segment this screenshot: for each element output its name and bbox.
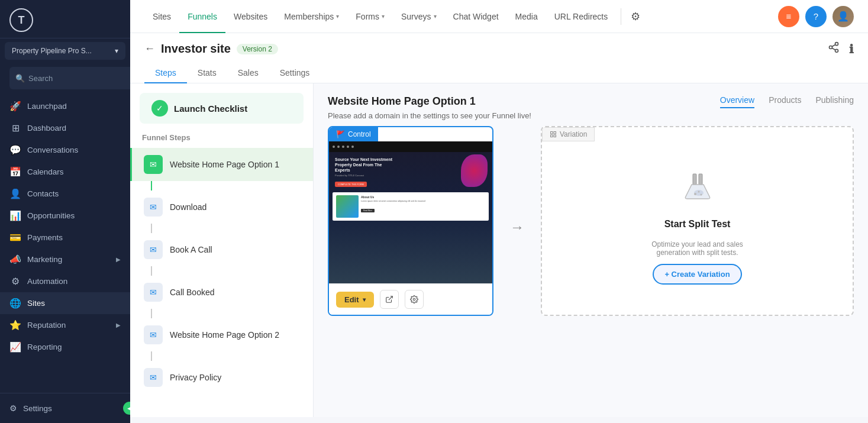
top-nav-settings-button[interactable]: ⚙ xyxy=(626,10,645,23)
view-tab-products[interactable]: Products xyxy=(769,95,801,108)
funnel-back-row: ← Investor site Version 2 ℹ xyxy=(144,41,854,56)
step-item-6[interactable]: ✉ Privacy Policy xyxy=(130,361,313,394)
preview-about: About Us Lorem ipsum dolor sit amet cons… xyxy=(333,192,489,221)
automation-icon: ⚙ xyxy=(9,276,21,287)
tab-settings[interactable]: Settings xyxy=(269,63,321,83)
step-name-1: Website Home Page Option 1 xyxy=(170,160,279,169)
view-tab-overview[interactable]: Overview xyxy=(720,95,754,108)
sidebar-item-automation[interactable]: ⚙ Automation xyxy=(0,270,130,292)
settings-icon: ⚙ xyxy=(9,403,17,413)
top-nav-websites[interactable]: Websites xyxy=(225,0,276,33)
variation-card: Variation xyxy=(541,126,854,316)
sidebar-item-calendars[interactable]: 📅 Calendars xyxy=(0,161,130,183)
step-item-3[interactable]: ✉ Book A Call xyxy=(130,233,313,266)
top-nav-url-redirects[interactable]: URL Redirects xyxy=(546,0,617,33)
step-item-2[interactable]: ✉ Download xyxy=(130,190,313,224)
svg-line-3 xyxy=(832,48,835,50)
funnel-header-actions: ℹ xyxy=(828,41,854,56)
settings-label: Settings xyxy=(23,404,52,413)
user-avatar[interactable]: 👤 xyxy=(832,6,854,27)
workspace-selector[interactable]: Property Pipeline Pro S... ▾ xyxy=(5,42,125,60)
view-tab-publishing[interactable]: Publishing xyxy=(815,95,854,108)
sidebar-item-sites[interactable]: 🌐 Sites xyxy=(0,292,130,314)
sidebar-item-reporting[interactable]: 📈 Reporting xyxy=(0,336,130,358)
sidebar-item-opportunities[interactable]: 📊 Opportunities xyxy=(0,205,130,227)
svg-point-6 xyxy=(413,298,415,301)
step-item-5[interactable]: ✉ Website Home Page Option 2 xyxy=(130,318,313,351)
left-panel: ✓ Launch Checklist Funnel Steps ✉ Websit… xyxy=(130,83,314,417)
search-row: 🔍 ctrl K + xyxy=(0,63,130,93)
launch-checklist[interactable]: ✓ Launch Checklist xyxy=(140,93,304,124)
content-area: ← Investor site Version 2 ℹ Steps Stats xyxy=(130,33,868,423)
back-button[interactable]: ← Investor site Version 2 xyxy=(144,42,278,56)
forms-nav-label: Forms xyxy=(356,12,379,21)
step-name-5: Website Home Page Option 2 xyxy=(170,330,279,340)
settings-button[interactable] xyxy=(405,290,424,309)
settings-nav-item[interactable]: ⚙ Settings xyxy=(9,398,52,418)
sidebar-item-dashboard[interactable]: ⊞ Dashboard xyxy=(0,117,130,139)
sidebar-footer: ⚙ Settings ◀ xyxy=(0,393,130,423)
top-nav-funnels[interactable]: Funnels xyxy=(179,0,225,33)
memberships-nav-label: Memberships xyxy=(284,12,334,21)
sidebar-item-contacts[interactable]: 👤 Contacts xyxy=(0,183,130,205)
conversations-icon: 💬 xyxy=(9,144,21,156)
checklist-icon: ✓ xyxy=(151,100,168,117)
launch-checklist-label: Launch Checklist xyxy=(174,104,247,114)
sidebar-item-label: Opportunities xyxy=(27,211,75,220)
svg-point-1 xyxy=(830,46,832,49)
step-item-4[interactable]: ✉ Call Booked xyxy=(130,276,313,309)
external-link-button[interactable] xyxy=(380,290,399,309)
funnel-tabs: Steps Stats Sales Settings xyxy=(144,63,854,83)
step-icon-6: ✉ xyxy=(144,368,163,387)
flag-icon: 🚩 xyxy=(336,130,345,138)
step-connector-3 xyxy=(151,266,152,276)
help-icon-button[interactable]: ? xyxy=(805,6,827,27)
top-nav-sites[interactable]: Sites xyxy=(144,0,179,33)
edit-button[interactable]: Edit ▾ xyxy=(336,292,374,308)
top-nav-media[interactable]: Media xyxy=(507,0,546,33)
tab-stats[interactable]: Stats xyxy=(187,63,227,83)
top-nav-memberships[interactable]: Memberships ▾ xyxy=(276,0,347,33)
info-button[interactable]: ℹ xyxy=(849,42,854,56)
websites-nav-label: Websites xyxy=(234,12,267,21)
top-nav-chat-widget[interactable]: Chat Widget xyxy=(445,0,507,33)
logo-icon: T xyxy=(9,8,33,32)
preview-about-image xyxy=(336,195,359,218)
reputation-icon: ⭐ xyxy=(9,319,21,331)
page-preview: Source Your Next Investment Property Dea… xyxy=(329,141,492,283)
tab-steps[interactable]: Steps xyxy=(144,63,187,83)
tab-sales[interactable]: Sales xyxy=(227,63,269,83)
preview-flower-decoration xyxy=(461,154,488,187)
page-title: Website Home Page Option 1 xyxy=(328,95,531,108)
step-item-1[interactable]: ✉ Website Home Page Option 1 xyxy=(130,148,313,181)
reputation-arrow: ▶ xyxy=(116,322,121,328)
notification-icon-button[interactable]: ≡ xyxy=(778,6,799,27)
workspace-arrow: ▾ xyxy=(115,47,118,55)
top-nav-forms[interactable]: Forms ▾ xyxy=(347,0,393,33)
step-name-6: Privacy Policy xyxy=(170,373,221,382)
funnel-steps-label: Funnel Steps xyxy=(130,133,313,148)
split-test-row: 🚩 Control xyxy=(328,126,854,316)
search-input[interactable] xyxy=(28,74,128,83)
search-container: 🔍 ctrl K xyxy=(9,67,130,89)
sidebar-item-label: Reputation xyxy=(27,321,66,330)
sidebar-item-label: Conversations xyxy=(27,146,78,154)
sidebar-item-payments[interactable]: 💳 Payments xyxy=(0,227,130,248)
collapse-sidebar-button[interactable]: ◀ xyxy=(123,402,130,415)
sidebar-item-label: Reporting xyxy=(27,343,62,351)
main-content: Sites Funnels Websites Memberships ▾ For… xyxy=(130,0,868,423)
sidebar-item-launchpad[interactable]: 🚀 Launchpad xyxy=(0,95,130,117)
funnel-header: ← Investor site Version 2 ℹ Steps Stats xyxy=(130,33,868,83)
nav-dot-3 xyxy=(342,146,344,148)
svg-point-14 xyxy=(694,193,696,195)
sidebar-item-reputation[interactable]: ⭐ Reputation ▶ xyxy=(0,314,130,336)
share-button[interactable] xyxy=(828,41,840,56)
svg-point-2 xyxy=(835,49,838,52)
sites-icon: 🌐 xyxy=(9,298,21,309)
sidebar-item-conversations[interactable]: 💬 Conversations xyxy=(0,139,130,161)
create-variation-button[interactable]: + Create Variation xyxy=(653,264,741,285)
edit-caret-icon: ▾ xyxy=(363,296,366,303)
top-nav-surveys[interactable]: Surveys ▾ xyxy=(393,0,445,33)
right-panel: Website Home Page Option 1 Please add a … xyxy=(314,83,868,417)
sidebar-item-marketing[interactable]: 📣 Marketing ▶ xyxy=(0,248,130,270)
